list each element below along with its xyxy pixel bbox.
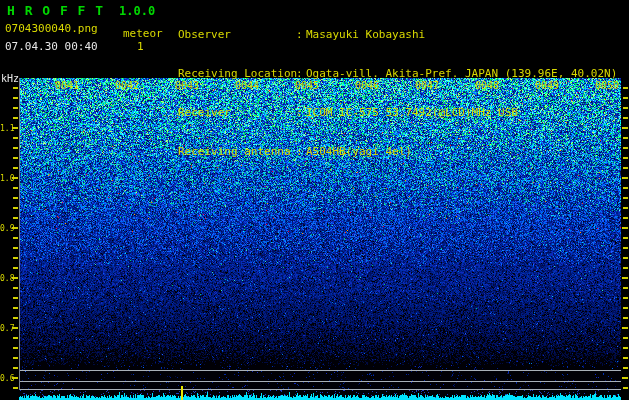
time-tick-label: 0049: [532, 80, 562, 91]
info-row-observer: Observer:Masayuki Kobayashi: [178, 28, 617, 41]
freq-tick-label: 1.0: [0, 174, 11, 183]
app-version: 1.0.0: [119, 4, 155, 18]
info-label: Receiving Location: [178, 67, 296, 80]
info-value: Masayuki Kobayashi: [306, 28, 425, 41]
freq-tick-label: 0.7: [0, 324, 11, 333]
freq-tick-label: 0.9: [0, 224, 11, 233]
time-tick-label: 0046: [352, 80, 382, 91]
station-info: Observer:Masayuki Kobayashi Receiving Lo…: [178, 2, 617, 184]
mode-label: meteor: [123, 27, 163, 40]
time-tick-label: 0050: [592, 80, 622, 91]
time-tick-label: 0043: [172, 80, 202, 91]
info-separator: :: [296, 67, 306, 80]
info-label: Receiver: [178, 106, 296, 119]
info-separator: :: [296, 145, 306, 158]
app-title: H R O F F T: [7, 3, 104, 18]
time-tick-label: 0047: [412, 80, 442, 91]
time-tick-label: 0045: [292, 80, 322, 91]
info-label: Receiving antenna: [178, 145, 296, 158]
hrofft-screen: H R O F F T 1.0.0 0704300040.png meteor …: [0, 0, 629, 400]
info-row-receiver: Receiver:ICOM IC-575 53.7492(@LCD)MHz US…: [178, 106, 617, 119]
freq-tick-label: 0.8: [0, 274, 11, 283]
info-value: A504HB(yagi 4el): [306, 145, 412, 158]
freq-tick-label: 0.6: [0, 374, 11, 383]
output-filename: 0704300040.png: [5, 22, 98, 35]
time-tick-label: 0048: [472, 80, 502, 91]
y-axis-unit-label: kHz: [1, 73, 19, 84]
time-tick-label: 0044: [232, 80, 262, 91]
info-separator: :: [296, 106, 306, 119]
info-row-location: Receiving Location:Ogata-vill. Akita-Pre…: [178, 67, 617, 80]
time-tick-label: 0041: [52, 80, 82, 91]
info-row-antenna: Receiving antenna:A504HB(yagi 4el): [178, 145, 617, 158]
freq-tick-label: 1.1: [0, 124, 11, 133]
info-separator: :: [296, 28, 306, 41]
info-label: Observer: [178, 28, 296, 41]
time-tick-label: 0042: [112, 80, 142, 91]
meteor-count: 1: [137, 40, 144, 53]
info-value: Ogata-vill. Akita-Pref. JAPAN (139.96E, …: [306, 67, 617, 80]
info-value: ICOM IC-575 53.7492(@LCD)MHz USB: [306, 106, 518, 119]
timestamp: 07.04.30 00:40: [5, 40, 98, 53]
